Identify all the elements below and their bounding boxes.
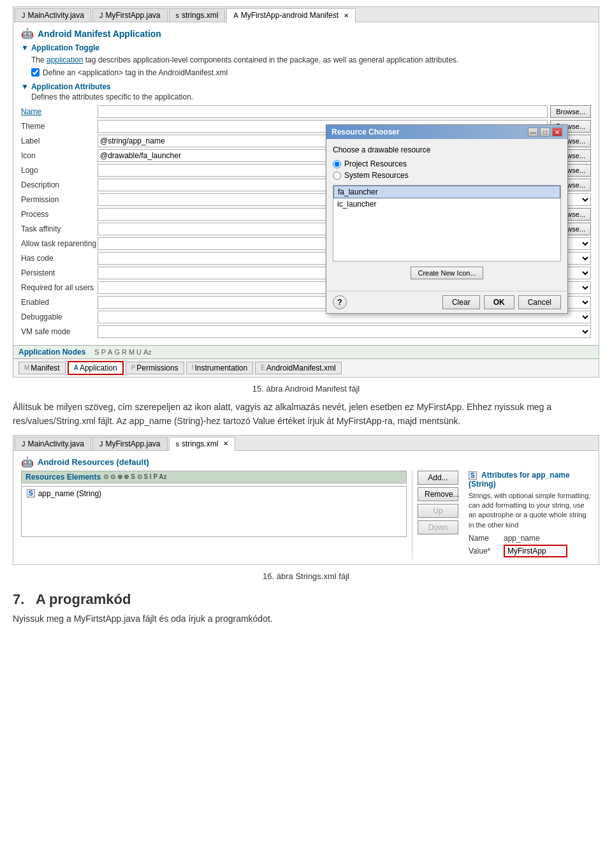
attr-label-debuggable: Debuggable [21,313,98,321]
tab-stringsxml[interactable]: s strings.xml [169,8,226,22]
tab16-mainactivity[interactable]: J MainActivity.java [15,437,91,450]
remove-btn[interactable]: Remove... [418,487,458,501]
string-icon-2: S [469,471,477,480]
attr-label-task-affinity: Task affinity [21,224,98,233]
node-icon-p[interactable]: P [101,348,106,356]
java-icon: J [22,11,26,19]
node-icon-r[interactable]: R [122,348,127,356]
res-icons: ⊙ ⊙ ⊕ ⊕ S ⊙ S I P Az [103,473,166,480]
node-icon-a[interactable]: A [108,348,112,356]
chevron-down-icon: ▼ [21,43,29,52]
attr-name-value: app_name [504,534,540,543]
res-list: S app_name (String) [21,486,407,537]
radio-project-label: Project Resources [344,159,407,168]
caption-16: 16. ábra Strings.xml fájl [0,571,612,581]
attr-value-input[interactable] [504,545,567,557]
attr-dropdown-vm-safe[interactable] [98,325,591,338]
tab16-myfirstapp[interactable]: J MyFirstApp.java [92,437,168,450]
resource-item-fa-launcher[interactable]: fa_launcher [333,186,560,198]
attr-label-permission: Permission [21,195,98,204]
dialog-close-btn[interactable]: ✕ [552,128,562,136]
close-icon[interactable]: ✕ [344,12,349,19]
attr-label-process: Process [21,210,98,219]
node-icon-g[interactable]: G [114,348,120,356]
caption-15: 15. ábra Android Manifest fájl [0,384,612,394]
attr-name-row: Name app_name [469,534,591,543]
res-middle: Add... Remove... Up Down [412,471,463,560]
attr-label-has-code: Has code [21,254,98,263]
dialog-maximize-btn[interactable]: □ [540,128,550,136]
node-tab-permissions[interactable]: P Permissions [126,362,184,374]
attr-input-name[interactable] [98,105,548,118]
node-icon-az[interactable]: Az [143,348,152,356]
dialog-title: Resource Chooser [332,128,400,136]
androidmanifest-node-icon: E [261,364,265,371]
browse-btn-name[interactable]: Browse... [550,105,591,118]
res-left: Resources Elements ⊙ ⊙ ⊕ ⊕ S ⊙ S I P Az … [21,471,412,560]
nodes-icon-bar: S P A G R M U Az [94,348,152,356]
tab-bar-15: J MainActivity.java J MyFirstApp.java s … [13,7,599,22]
dialog-body-title: Choose a drawable resource [333,145,561,154]
radio-project-resources: Project Resources [333,159,561,168]
resource-item-ic-launcher[interactable]: ic_launcher [333,198,560,210]
up-btn[interactable]: Up [418,504,458,518]
attr-label-vm-safe: VM safe mode [21,327,98,336]
add-btn[interactable]: Add... [418,471,458,485]
ok-btn[interactable]: OK [484,295,514,309]
help-btn[interactable]: ? [333,295,347,309]
tab-mainactivity[interactable]: J MainActivity.java [15,8,91,22]
xml-icon-2: s [176,440,180,448]
attrs-header: ▼ Application Attributes [21,82,591,91]
res-list-header: Resources Elements ⊙ ⊙ ⊕ ⊕ S ⊙ S I P Az [21,471,407,483]
node-icon-m[interactable]: M [129,348,135,356]
attr-label-label: Label [21,136,98,145]
application-toggle-section: ▼ Application Toggle The application tag… [21,43,591,77]
resource-list: fa_launcher ic_launcher [333,185,561,261]
attr-value-row: Value* [469,545,591,557]
attr-label-persistent: Persistent [21,268,98,277]
create-new-icon-btn[interactable]: Create New Icon... [411,267,483,279]
node-icon-s[interactable]: S [94,348,99,356]
close-icon-2[interactable]: ✕ [223,440,228,447]
java-icon-3: J [22,440,26,448]
panel-15: 🤖 Android Manifest Application ▼ Applica… [13,22,599,345]
java-icon-4: J [99,440,103,448]
node-icon-u[interactable]: U [136,348,142,356]
string-icon: S [27,489,35,497]
attr-name-label: Name [469,534,504,543]
android-logo-icon: 🤖 [21,27,34,40]
dialog-controls: — □ ✕ [528,128,562,136]
define-application-checkbox[interactable] [31,68,40,77]
xml-icon: s [176,11,180,19]
radio-system-input[interactable] [333,172,341,180]
resource-chooser-dialog: Resource Chooser — □ ✕ Choose a drawable… [326,124,568,314]
node-tab-manifest[interactable]: M Manifest [18,362,66,374]
checkbox-row: Define an <application> tag in the Andro… [31,68,591,77]
cancel-btn[interactable]: Cancel [518,295,561,309]
attr-row-name: Name Browse... [21,105,591,118]
radio-project-input[interactable] [333,160,341,168]
clear-btn[interactable]: Clear [442,295,480,309]
toggle-body: The application tag describes applicatio… [31,55,591,77]
down-btn[interactable]: Down [418,520,458,534]
attr-label-name[interactable]: Name [21,107,98,116]
android-logo-icon-2: 🤖 [21,456,34,468]
node-tab-instrumentation[interactable]: I Instrumentation [186,362,254,374]
attr-label-allow-task: Allow task reparenting [21,239,98,248]
res-layout: Resources Elements ⊙ ⊙ ⊕ ⊕ S ⊙ S I P Az … [21,471,591,560]
tab-manifest[interactable]: A MyFirstApp-android Manifest ✕ [226,8,356,22]
attr-info-text: Strings, with optional simple formatting… [469,491,591,531]
dialog-body: Choose a drawable resource Project Resou… [326,139,567,291]
attr-value-label: Value* [469,547,504,555]
tab16-stringsxml[interactable]: s strings.xml ✕ [169,437,236,451]
section-7-body: Nyissuk meg a MyFirtstApp.java fájlt és … [13,612,599,626]
node-tab-androidmanifest[interactable]: E AndroidManifest.xml [255,362,341,374]
radio-system-resources: System Resources [333,171,561,180]
attr-label-icon: Icon [21,151,98,160]
res-list-item-appname[interactable]: S app_name (String) [22,487,406,501]
application-link[interactable]: application [47,55,83,64]
tab-myfirstapp[interactable]: J MyFirstApp.java [92,8,168,22]
toggle-header[interactable]: ▼ Application Toggle [21,43,591,52]
dialog-minimize-btn[interactable]: — [528,128,538,136]
node-tab-application[interactable]: A Application [68,361,124,375]
